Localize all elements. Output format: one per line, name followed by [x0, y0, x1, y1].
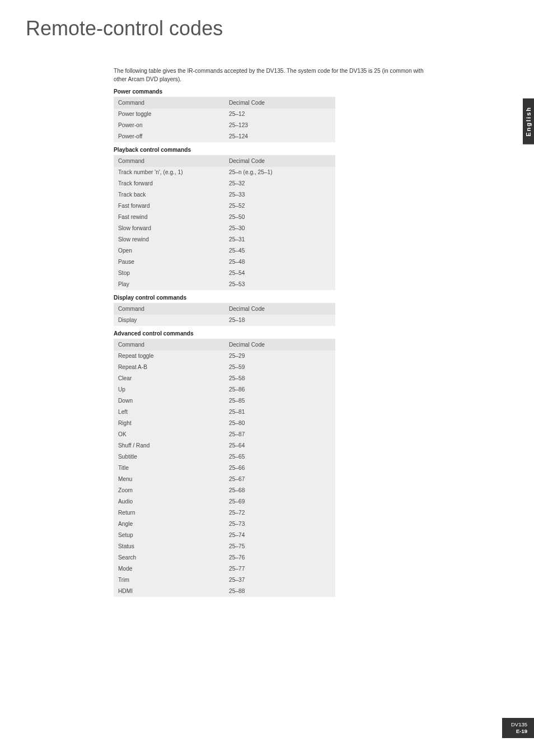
table-row: Display25–18 — [114, 315, 335, 326]
section-title: Display control commands — [114, 295, 427, 301]
cell-code: 25–81 — [224, 407, 335, 418]
cell-command: Fast forward — [114, 200, 224, 212]
table-row: Right25–80 — [114, 418, 335, 429]
intro-text: The following table gives the IR-command… — [114, 67, 427, 84]
section-title: Power commands — [114, 88, 427, 95]
table-row: Play25–53 — [114, 279, 335, 290]
cell-code: 25–72 — [224, 507, 335, 519]
cell-command: Clear — [114, 373, 224, 384]
cell-code: 25–68 — [224, 485, 335, 496]
cell-command: Right — [114, 418, 224, 429]
cell-command: Title — [114, 463, 224, 474]
col-header-command: Command — [114, 303, 224, 315]
page-title: Remote-control codes — [0, 0, 534, 40]
cell-code: 25–29 — [224, 351, 335, 362]
table-row: Title25–66 — [114, 463, 335, 474]
table-row: Angle25–73 — [114, 519, 335, 530]
table-row: Audio25–69 — [114, 496, 335, 507]
cell-code: 25–37 — [224, 575, 335, 586]
cell-code: 25–12 — [224, 109, 335, 120]
col-header-code: Decimal Code — [224, 97, 335, 109]
cell-code: 25–87 — [224, 429, 335, 440]
cell-code: 25–50 — [224, 212, 335, 223]
section-title: Playback control commands — [114, 147, 427, 153]
cell-command: Left — [114, 407, 224, 418]
table-row: Slow rewind25–31 — [114, 234, 335, 245]
table-row: Track forward25–32 — [114, 178, 335, 189]
table-row: Down25–85 — [114, 395, 335, 407]
col-header-command: Command — [114, 339, 224, 351]
cell-command: Track number 'n', (e.g., 1) — [114, 167, 224, 178]
cell-command: Slow rewind — [114, 234, 224, 245]
cell-code: 25–45 — [224, 245, 335, 256]
table-row: Trim25–37 — [114, 575, 335, 586]
cell-code: 25–123 — [224, 120, 335, 131]
cell-code: 25–33 — [224, 189, 335, 200]
table-row: Shuff / Rand25–64 — [114, 440, 335, 451]
cell-code: 25–54 — [224, 268, 335, 279]
footer-box: DV135 E-19 — [502, 718, 534, 738]
table-row: Stop25–54 — [114, 268, 335, 279]
cell-code: 25–66 — [224, 463, 335, 474]
cell-command: Subtitle — [114, 451, 224, 463]
table-row: Open25–45 — [114, 245, 335, 256]
cell-command: Repeat A-B — [114, 362, 224, 373]
cell-code: 25–76 — [224, 552, 335, 563]
table-row: Setup25–74 — [114, 530, 335, 541]
cell-command: Stop — [114, 268, 224, 279]
cell-command: Track back — [114, 189, 224, 200]
cell-command: Power toggle — [114, 109, 224, 120]
cell-command: Setup — [114, 530, 224, 541]
cell-code: 25–77 — [224, 563, 335, 575]
table-row: Return25–72 — [114, 507, 335, 519]
cell-command: Display — [114, 315, 224, 326]
command-table: CommandDecimal CodeDisplay25–18 — [114, 303, 335, 326]
cell-command: Trim — [114, 575, 224, 586]
table-row: Power toggle25–12 — [114, 109, 335, 120]
cell-code: 25–73 — [224, 519, 335, 530]
table-row: Fast forward25–52 — [114, 200, 335, 212]
cell-code: 25–32 — [224, 178, 335, 189]
table-row: Status25–75 — [114, 541, 335, 552]
cell-code: 25–58 — [224, 373, 335, 384]
table-row: Zoom25–68 — [114, 485, 335, 496]
cell-code: 25–n (e.g., 25–1) — [224, 167, 335, 178]
cell-code: 25–65 — [224, 451, 335, 463]
table-row: Menu25–67 — [114, 474, 335, 485]
cell-command: Slow forward — [114, 223, 224, 234]
cell-command: Search — [114, 552, 224, 563]
cell-code: 25–124 — [224, 131, 335, 142]
cell-code: 25–59 — [224, 362, 335, 373]
cell-command: Mode — [114, 563, 224, 575]
language-tab: English — [523, 99, 534, 144]
table-row: Slow forward25–30 — [114, 223, 335, 234]
table-row: OK25–87 — [114, 429, 335, 440]
cell-command: Up — [114, 384, 224, 395]
cell-code: 25–48 — [224, 256, 335, 268]
cell-command: Status — [114, 541, 224, 552]
cell-code: 25–74 — [224, 530, 335, 541]
table-row: Track back25–33 — [114, 189, 335, 200]
table-row: Left25–81 — [114, 407, 335, 418]
col-header-code: Decimal Code — [224, 303, 335, 315]
table-row: Mode25–77 — [114, 563, 335, 575]
table-row: Power-on25–123 — [114, 120, 335, 131]
cell-code: 25–86 — [224, 384, 335, 395]
cell-command: Fast rewind — [114, 212, 224, 223]
content-area: The following table gives the IR-command… — [114, 67, 427, 597]
table-row: Fast rewind25–50 — [114, 212, 335, 223]
cell-command: Return — [114, 507, 224, 519]
command-table: CommandDecimal CodeRepeat toggle25–29Rep… — [114, 339, 335, 597]
table-row: Search25–76 — [114, 552, 335, 563]
table-row: Pause25–48 — [114, 256, 335, 268]
cell-code: 25–64 — [224, 440, 335, 451]
cell-code: 25–88 — [224, 586, 335, 597]
table-row: Track number 'n', (e.g., 1)25–n (e.g., 2… — [114, 167, 335, 178]
table-row: Repeat A-B25–59 — [114, 362, 335, 373]
cell-code: 25–18 — [224, 315, 335, 326]
table-row: Clear25–58 — [114, 373, 335, 384]
table-row: Repeat toggle25–29 — [114, 351, 335, 362]
table-row: Up25–86 — [114, 384, 335, 395]
col-header-command: Command — [114, 97, 224, 109]
cell-command: Menu — [114, 474, 224, 485]
